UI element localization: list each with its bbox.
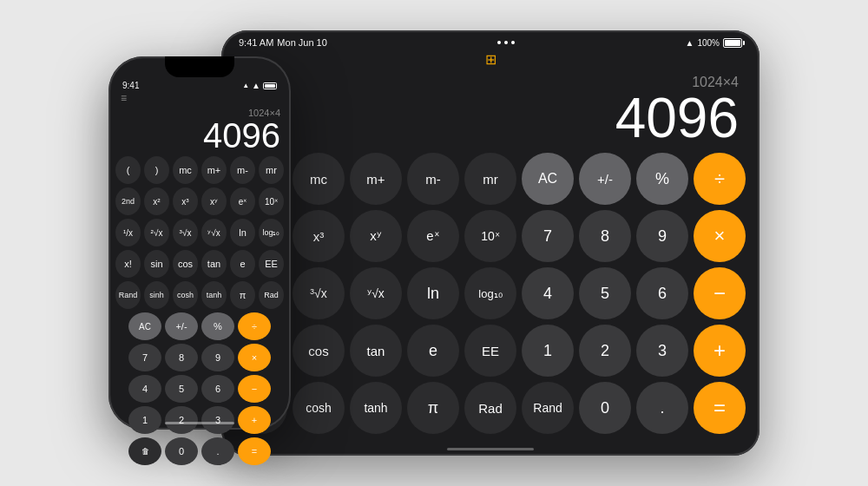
iphone-btn-ex[interactable]: eˣ [230, 187, 255, 215]
iphone-btn-tan[interactable]: tan [201, 250, 227, 278]
ipad-btn-ln[interactable]: ln [407, 267, 459, 319]
iphone-btn-e[interactable]: e [230, 250, 255, 278]
iphone-btn-dot[interactable]: . [201, 437, 234, 465]
iphone-btn-0[interactable]: 0 [165, 437, 198, 465]
iphone-btn-1[interactable]: 1 [128, 406, 161, 434]
ipad-btn-9[interactable]: 9 [636, 210, 688, 262]
iphone-btn-pi[interactable]: π [230, 281, 255, 309]
ipad-btn-1[interactable]: 1 [522, 325, 574, 377]
iphone-btn-cos[interactable]: cos [173, 250, 198, 278]
iphone-btn-9[interactable]: 9 [201, 344, 234, 371]
ipad-btn-mul[interactable]: × [694, 210, 746, 262]
ipad-btn-ee[interactable]: EE [464, 325, 516, 377]
iphone-btn-log10[interactable]: log₁₀ [259, 219, 284, 246]
ipad-sidebar-icon[interactable]: ⊞ [485, 51, 496, 68]
iphone-btn-mul[interactable]: × [238, 344, 271, 371]
iphone-btn-cosh[interactable]: cosh [173, 281, 198, 309]
ipad-btn-3[interactable]: 3 [636, 325, 688, 377]
ipad-btn-e[interactable]: e [407, 325, 459, 377]
ipad-btn-cosh[interactable]: cosh [293, 382, 345, 434]
ipad-btn-cos[interactable]: cos [293, 325, 345, 377]
iphone-btn-open-paren[interactable]: ( [115, 156, 141, 184]
ipad-btn-8[interactable]: 8 [579, 210, 631, 262]
ipad-btn-xcube[interactable]: x³ [293, 210, 345, 262]
ipad-btn-mc[interactable]: mc [293, 153, 345, 205]
iphone-btn-sqrt2[interactable]: ²√x [144, 219, 169, 246]
ipad-btn-log10[interactable]: log₁₀ [464, 267, 516, 319]
iphone-btn-sqrty[interactable]: ʸ√x [201, 219, 227, 246]
iphone-btn-5[interactable]: 5 [165, 375, 198, 403]
iphone-btn-xfact[interactable]: x! [115, 250, 141, 278]
iphone-btn-sin[interactable]: sin [144, 250, 169, 278]
ipad-battery-icon [723, 38, 742, 48]
ipad-btn-xy[interactable]: xʸ [350, 210, 402, 262]
ipad-btn-percent[interactable]: % [636, 153, 688, 205]
iphone-btn-mr[interactable]: mr [259, 156, 284, 184]
iphone-btn-3[interactable]: 3 [201, 406, 234, 434]
iphone-btn-ln[interactable]: ln [230, 219, 255, 246]
iphone-btn-row-5: Rand sinh cosh tanh π Rad [115, 281, 284, 309]
ipad-status-right: ▲ 100% [686, 38, 742, 48]
iphone-btn-xsq[interactable]: x² [144, 187, 169, 215]
iphone-btn-inv[interactable]: ¹/x [115, 219, 141, 246]
iphone-btn-sqrt3[interactable]: ³√x [173, 219, 198, 246]
iphone-btn-2nd[interactable]: 2nd [115, 187, 141, 215]
ipad-btn-4[interactable]: 4 [522, 267, 574, 319]
hamburger-icon[interactable]: ≡ [121, 92, 127, 104]
ipad-btn-eq[interactable]: = [694, 382, 746, 434]
iphone-btn-8[interactable]: 8 [165, 344, 198, 371]
ipad-btn-row-5: sinh cosh tanh π Rad Rand 0 . = [235, 382, 746, 434]
iphone-btn-sub[interactable]: − [238, 375, 271, 403]
ipad-btn-2[interactable]: 2 [579, 325, 631, 377]
ipad-btn-7[interactable]: 7 [522, 210, 574, 262]
iphone-btn-rad[interactable]: Rad [259, 281, 284, 309]
ipad-btn-sqrt3[interactable]: ³√x [293, 267, 345, 319]
iphone-btn-6[interactable]: 6 [201, 375, 234, 403]
ipad-btn-rad[interactable]: Rad [464, 382, 516, 434]
ipad-btn-sqrty[interactable]: ʸ√x [350, 267, 402, 319]
iphone-btn-mminus[interactable]: m- [230, 156, 255, 184]
iphone-btn-10x[interactable]: 10ˣ [259, 187, 284, 215]
iphone-btn-percent[interactable]: % [201, 312, 234, 340]
iphone-btn-trash[interactable]: 🗑 [128, 437, 161, 465]
ipad-btn-sub[interactable]: − [694, 267, 746, 319]
iphone-btn-ac[interactable]: AC [128, 312, 161, 340]
iphone-btn-ee[interactable]: EE [259, 250, 284, 278]
ipad-btn-mplus[interactable]: m+ [350, 153, 402, 205]
ipad-btn-10x[interactable]: 10ˣ [464, 210, 516, 262]
ipad-btn-row-2: x² x³ xʸ eˣ 10ˣ 7 8 9 × [235, 210, 746, 262]
iphone-btn-2[interactable]: 2 [165, 406, 198, 434]
iphone-btn-tanh[interactable]: tanh [201, 281, 227, 309]
ipad-btn-pi[interactable]: π [407, 382, 459, 434]
iphone-device: 9:41 ▲ ▲ ≡ 1024×4 4096 ( ) mc m+ m- [108, 56, 291, 430]
ipad-btn-6[interactable]: 6 [636, 267, 688, 319]
ipad-btn-rand[interactable]: Rand [522, 382, 574, 434]
iphone-btn-4[interactable]: 4 [128, 375, 161, 403]
ipad-btn-tanh[interactable]: tanh [350, 382, 402, 434]
iphone-btn-mc[interactable]: mc [173, 156, 198, 184]
ipad-btn-tan[interactable]: tan [350, 325, 402, 377]
iphone-btn-eq[interactable]: = [238, 437, 271, 465]
ipad-btn-div[interactable]: ÷ [694, 153, 746, 205]
iphone-btn-sign[interactable]: +/- [165, 312, 198, 340]
iphone-btn-7[interactable]: 7 [128, 344, 161, 371]
ipad-btn-sign[interactable]: +/- [579, 153, 631, 205]
iphone-home-indicator [165, 422, 234, 424]
ipad-btn-add[interactable]: + [694, 325, 746, 377]
ipad-btn-ex[interactable]: eˣ [407, 210, 459, 262]
iphone-toolbar: ≡ [108, 90, 291, 106]
iphone-btn-xcube[interactable]: x³ [173, 187, 198, 215]
ipad-btn-dot[interactable]: . [636, 382, 688, 434]
iphone-btn-rand[interactable]: Rand [115, 281, 141, 309]
iphone-btn-xy[interactable]: xʸ [201, 187, 227, 215]
iphone-btn-div[interactable]: ÷ [238, 312, 271, 340]
iphone-btn-close-paren[interactable]: ) [144, 156, 169, 184]
ipad-btn-0[interactable]: 0 [579, 382, 631, 434]
iphone-btn-sinh[interactable]: sinh [144, 281, 169, 309]
ipad-btn-ac[interactable]: AC [522, 153, 574, 205]
ipad-btn-mr[interactable]: mr [464, 153, 516, 205]
ipad-btn-5[interactable]: 5 [579, 267, 631, 319]
ipad-btn-mminus[interactable]: m- [407, 153, 459, 205]
iphone-btn-mplus[interactable]: m+ [201, 156, 227, 184]
iphone-btn-add[interactable]: + [238, 406, 271, 434]
